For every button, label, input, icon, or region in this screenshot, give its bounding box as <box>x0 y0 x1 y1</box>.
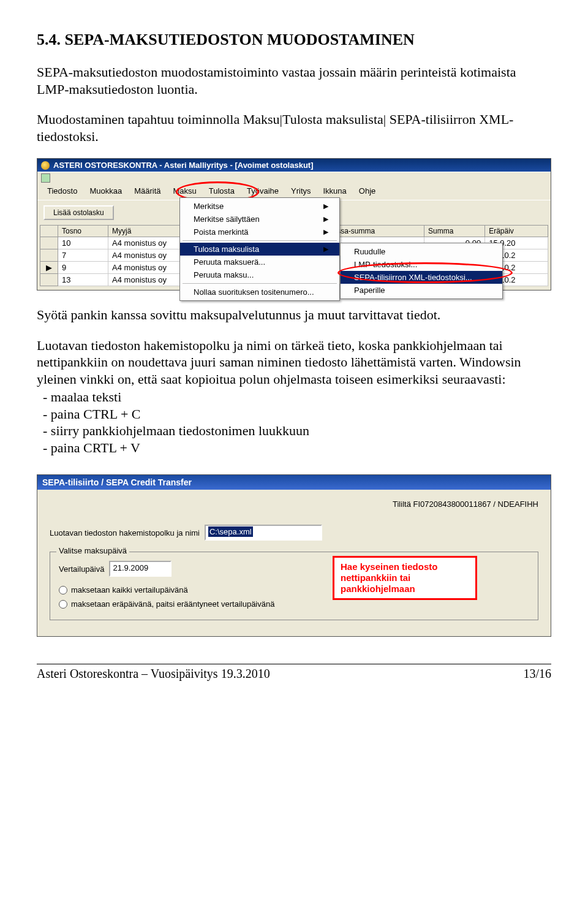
document-icon <box>41 173 50 183</box>
column-header[interactable]: Summa <box>424 226 485 237</box>
menu-maksu[interactable]: Merkitse▶Merkitse säilyttäen▶Poista merk… <box>179 197 340 301</box>
menu-item[interactable]: Poista merkintä▶ <box>180 226 339 238</box>
mdi-child-titlebar <box>37 172 551 184</box>
screenshot-asteri-main: ASTERI OSTORESKONTRA - Asteri Malliyrity… <box>37 158 551 291</box>
menu-item[interactable]: Peruuta maksu... <box>180 268 339 281</box>
paragraph-2: Muodostaminen tapahtuu toiminnolla Maksu… <box>37 111 551 145</box>
list-item: siirry pankkiohjelmaan tiedostonimen luu… <box>54 422 551 439</box>
footer-right: 13/16 <box>523 667 551 681</box>
paragraph-1: SEPA-maksutiedoston muodostamistoiminto … <box>37 64 551 97</box>
comparison-date-label: Vertailupäivä <box>59 564 104 574</box>
dialog-title: SEPA-tilisiirto / SEPA Credit Transfer <box>37 475 551 490</box>
comparison-date-input[interactable]: 21.9.2009 <box>109 561 172 577</box>
radio-pay-duedate[interactable]: maksetaan eräpäivänä, paitsi erääntyneet… <box>59 599 529 609</box>
submenu-arrow-icon: ▶ <box>323 202 328 210</box>
column-header[interactable]: Tosno <box>58 226 108 237</box>
add-invoice-button[interactable]: Lisää ostolasku <box>43 205 114 220</box>
list-item: paina CRTL + V <box>54 439 551 457</box>
menu-item[interactable]: SEPA-tilisiirron XML-tiedostoksi... <box>341 271 502 284</box>
groupbox-legend: Valitse maksupäivä <box>56 546 129 555</box>
paragraph-4: Luotavan tiedoston hakemistopolku ja nim… <box>37 337 551 388</box>
submenu-arrow-icon: ▶ <box>323 215 328 223</box>
screenshot-sepa-dialog: SEPA-tilisiirto / SEPA Credit Transfer T… <box>37 474 551 637</box>
radio-pay-duedate-label: maksetaan eräpäivänä, paitsi erääntyneet… <box>71 599 274 609</box>
submenu-arrow-icon: ▶ <box>323 228 328 236</box>
footer-left: Asteri Ostoreskontra – Vuosipäivitys 19.… <box>37 667 270 681</box>
menu-item[interactable]: Ruudulle <box>341 245 502 258</box>
menu-maksu[interactable]: Maksu <box>167 185 203 199</box>
menu-määritä[interactable]: Määritä <box>128 185 167 199</box>
path-input[interactable]: C:\sepa.xml <box>205 525 322 541</box>
menu-item[interactable]: Tulosta maksulista▶ <box>180 243 339 256</box>
radio-icon <box>59 600 67 609</box>
menu-item[interactable]: LMP-tiedostoksi... <box>341 258 502 271</box>
section-heading: 5.4. SEPA-MAKSUTIEDOSTON MUODOSTAMINEN <box>37 31 551 49</box>
bullet-list: maalaa tekstipaina CTRL + Csiirry pankki… <box>37 389 551 456</box>
app-icon <box>41 161 50 170</box>
window-title: ASTERI OSTORESKONTRA - Asteri Malliyrity… <box>53 161 314 170</box>
menu-tulosta[interactable]: Tulosta <box>203 185 241 199</box>
submenu-arrow-icon: ▶ <box>323 245 328 253</box>
menu-ikkuna[interactable]: Ikkuna <box>317 185 353 199</box>
list-item: paina CTRL + C <box>54 406 551 423</box>
menu-item[interactable]: Peruuta maksuerä... <box>180 256 339 268</box>
menu-item[interactable]: Nollaa suorituksen tositenumero... <box>180 286 339 298</box>
radio-icon <box>59 586 67 594</box>
menu-ohje[interactable]: Ohje <box>353 185 382 199</box>
from-account-label: Tililtä FI0720843800011867 / NDEAFIHH <box>50 499 538 509</box>
menu-item[interactable]: Merkitse▶ <box>180 200 339 213</box>
window-titlebar: ASTERI OSTORESKONTRA - Asteri Malliyrity… <box>37 159 551 172</box>
page-footer: Asteri Ostoreskontra – Vuosipäivitys 19.… <box>37 664 551 681</box>
menu-työvaihe[interactable]: Työvaihe <box>241 185 285 199</box>
menu-yritys[interactable]: Yritys <box>285 185 317 199</box>
radio-pay-all-label: maksetaan kaikki vertailupäivänä <box>71 585 188 594</box>
menu-tiedosto[interactable]: Tiedosto <box>41 185 83 199</box>
paragraph-3: Syötä pankin kanssa sovittu maksupalvelu… <box>37 306 551 324</box>
path-label: Luotavan tiedoston hakemistopolku ja nim… <box>50 528 200 537</box>
menu-muokkaa[interactable]: Muokkaa <box>83 185 128 199</box>
column-header[interactable]: Eräpäiv <box>485 226 548 237</box>
submenu-tulosta-maksulista[interactable]: RuudulleLMP-tiedostoksi...SEPA-tilisiirr… <box>340 243 503 299</box>
menu-item[interactable]: Paperille <box>341 284 502 297</box>
callout-instruction: Hae kyseinen tiedosto nettipankkiin tai … <box>333 556 477 600</box>
menu-item[interactable]: Merkitse säilyttäen▶ <box>180 213 339 226</box>
path-input-value: C:\sepa.xml <box>208 526 253 537</box>
list-item: maalaa teksti <box>54 389 551 406</box>
